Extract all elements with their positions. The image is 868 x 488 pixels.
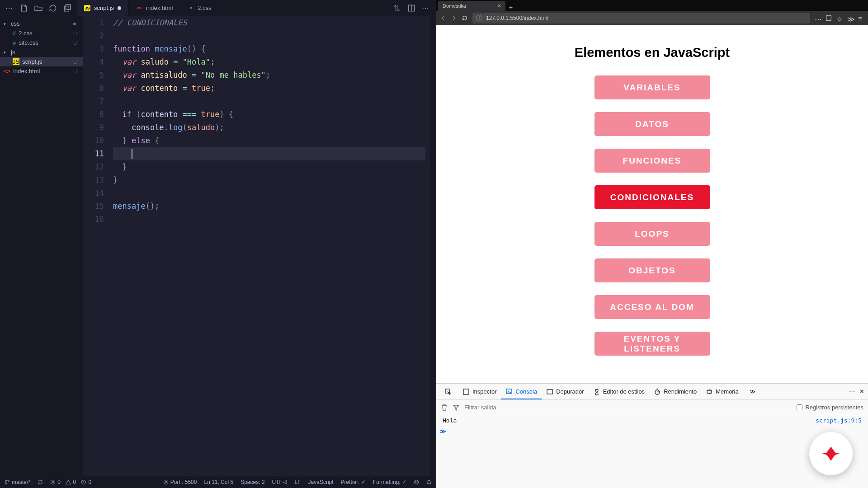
file-index-html[interactable]: <>index.htmlU: [0, 66, 83, 76]
topic-button-variables[interactable]: VARIABLES: [594, 75, 710, 99]
svg-rect-16: [547, 389, 552, 394]
persist-checkbox[interactable]: [797, 404, 802, 410]
svg-rect-15: [506, 389, 512, 394]
topic-button-funciones[interactable]: FUNCIONES: [594, 149, 710, 173]
compare-icon[interactable]: [393, 4, 401, 12]
feedback-icon[interactable]: [414, 479, 419, 485]
close-tab-icon[interactable]: ×: [498, 3, 501, 9]
svg-rect-18: [707, 390, 712, 393]
folder-css[interactable]: ▾css: [0, 19, 83, 28]
cursor-position[interactable]: Ln 11, Col 5: [204, 479, 233, 485]
editor-tab-script-js[interactable]: JSscript.js: [77, 0, 129, 16]
svg-rect-0: [64, 6, 69, 11]
back-icon[interactable]: [440, 15, 446, 21]
file-2-css[interactable]: #2.cssU: [0, 28, 83, 38]
clear-console-icon[interactable]: [441, 404, 448, 411]
svg-rect-12: [826, 16, 831, 21]
filter-icon[interactable]: [453, 404, 460, 411]
file-site-css[interactable]: #site.cssU: [0, 38, 83, 47]
vscode-titlebar: ⋯ JSscript.js<>index.html#2.css ⋯: [0, 0, 436, 16]
code-editor[interactable]: 12345678910111213141516 // CONDICIONALES…: [83, 16, 436, 476]
devtools-tab-memoria[interactable]: Memoria: [701, 384, 743, 399]
eol-indicator[interactable]: LF: [295, 479, 301, 485]
line-gutter: 12345678910111213141516: [83, 16, 113, 476]
branch-indicator[interactable]: master*: [5, 479, 30, 485]
folder-js[interactable]: ▾js: [0, 47, 83, 57]
editor-tabs: JSscript.js<>index.html#2.css: [77, 0, 219, 16]
split-editor-icon[interactable]: [407, 4, 415, 12]
new-file-icon[interactable]: [20, 4, 28, 12]
file-explorer: ▾css#2.cssU#site.cssU▾jsJSscript.jsU<>in…: [0, 16, 83, 476]
save-all-icon[interactable]: [63, 4, 71, 12]
file-script-js[interactable]: JSscript.jsU: [0, 57, 83, 66]
site-info-icon[interactable]: i: [476, 15, 482, 21]
problems-indicator[interactable]: 0 0 0: [50, 479, 91, 485]
svg-rect-13: [445, 389, 449, 393]
editor-tab-index-html[interactable]: <>index.html: [129, 0, 180, 16]
language-indicator[interactable]: JavaScript: [308, 479, 334, 485]
open-folder-icon[interactable]: [34, 4, 42, 12]
reader-icon[interactable]: [826, 15, 832, 21]
port-indicator[interactable]: Port : 5500: [163, 479, 197, 485]
code-area[interactable]: // CONDICIONALESfunction mensaje() { var…: [113, 16, 430, 476]
topic-button-datos[interactable]: DATOS: [594, 112, 710, 136]
hamburger-icon[interactable]: ≡: [858, 15, 864, 21]
overflow-icon[interactable]: ≫: [847, 15, 854, 21]
devtools-tab-rendimiento[interactable]: Rendimiento: [649, 384, 701, 399]
formatting-indicator[interactable]: Formatting: ✓: [373, 479, 406, 485]
browser-tab-strip: Domestika × +: [436, 0, 868, 11]
topic-button-loops[interactable]: LOOPS: [594, 222, 710, 246]
minimap[interactable]: [430, 16, 436, 476]
encoding-indicator[interactable]: UTF-8: [272, 479, 288, 485]
new-tab-button[interactable]: +: [505, 4, 516, 11]
prettier-indicator[interactable]: Prettier: ✓: [341, 479, 366, 485]
page-content: Elementos en JavaScript VARIABLESDATOSFU…: [436, 25, 868, 383]
refresh-icon[interactable]: [49, 4, 57, 12]
editor-tab-2-css[interactable]: #2.css: [180, 0, 219, 16]
console-log-source[interactable]: script.js:9:5: [816, 417, 862, 424]
svg-rect-14: [463, 389, 469, 394]
svg-point-4: [5, 483, 7, 484]
devtools-picker-icon[interactable]: [440, 385, 456, 399]
devtools-tab-depurador[interactable]: Depurador: [542, 384, 588, 399]
console-prompt[interactable]: ≫: [436, 426, 868, 436]
svg-point-3: [5, 480, 7, 482]
domestika-badge[interactable]: [809, 432, 853, 475]
page-actions-icon[interactable]: ⋯: [815, 15, 821, 21]
indent-indicator[interactable]: Spaces: 2: [241, 479, 264, 485]
modified-dot-icon: [73, 23, 76, 25]
browser-tab[interactable]: Domestika ×: [438, 1, 505, 11]
page-title: Elementos en JavaScript: [575, 45, 730, 60]
devtools-panel: InspectorConsolaDepuradorEditor de estil…: [436, 383, 868, 488]
console-log-row: Hola script.js:9:5: [436, 415, 868, 426]
svg-point-10: [415, 481, 416, 482]
devtools-menu-icon[interactable]: ⋯: [849, 388, 855, 395]
topic-button-acceso-al-dom[interactable]: ACCESO AL DOM: [594, 295, 710, 319]
topic-button-objetos[interactable]: OBJETOS: [594, 258, 710, 282]
bell-icon[interactable]: [426, 479, 432, 485]
modified-dot-icon: [118, 6, 121, 10]
devtools-close-icon[interactable]: ✕: [859, 388, 864, 395]
menu-icon[interactable]: ⋯: [5, 4, 14, 12]
forward-icon[interactable]: [451, 15, 457, 21]
vscode-window: ⋯ JSscript.js<>index.html#2.css ⋯ ▾css#2…: [0, 0, 436, 488]
sync-indicator[interactable]: [38, 479, 43, 485]
svg-point-9: [415, 480, 419, 484]
browser-toolbar: i 127.0.0.1:5500/index.html ⋯ ☆ ≫ ≡: [436, 11, 868, 25]
browser-tab-title: Domestika: [443, 3, 466, 9]
more-icon[interactable]: ⋯: [422, 4, 430, 12]
reload-icon[interactable]: [462, 15, 468, 21]
topic-button-eventos-y-listeners[interactable]: EVENTOS Y LISTENERS: [594, 332, 710, 356]
devtools-tab-editor-de-estilos[interactable]: Editor de estilos: [589, 384, 650, 399]
devtools-tab-consola[interactable]: Consola: [501, 384, 542, 399]
status-bar: master* 0 0 0 Port : 5500 Ln 11, Col 5 S…: [0, 476, 436, 488]
bookmark-icon[interactable]: ☆: [836, 15, 843, 21]
devtools-overflow-icon[interactable]: ≫: [745, 385, 760, 399]
persist-logs-toggle[interactable]: Registros persistentes: [797, 404, 863, 411]
url-bar[interactable]: i 127.0.0.1:5500/index.html: [472, 13, 810, 23]
console-filter-bar: Registros persistentes: [436, 400, 868, 415]
console-output: Hola script.js:9:5 ≫: [436, 415, 868, 488]
devtools-tab-inspector[interactable]: Inspector: [458, 384, 501, 399]
topic-button-condicionales[interactable]: CONDICIONALES: [594, 185, 710, 209]
console-filter-input[interactable]: [464, 404, 792, 411]
